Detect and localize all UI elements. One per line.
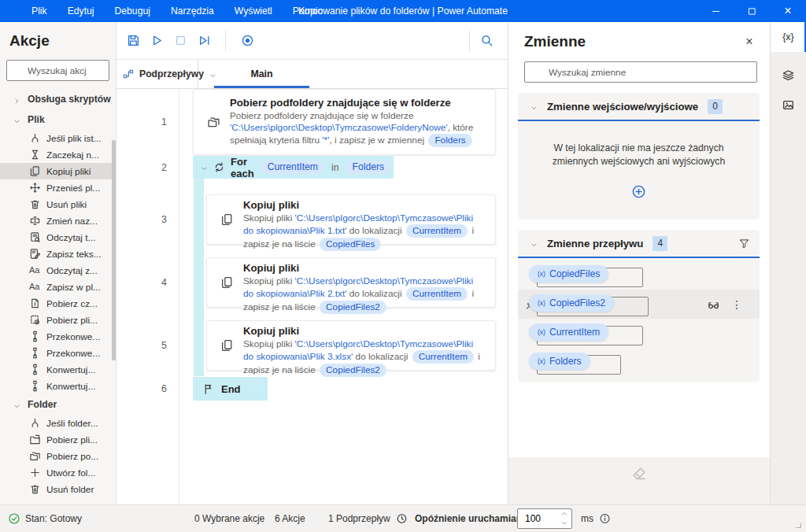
variable-name: CurrentItem: [549, 327, 600, 338]
add-variable-button[interactable]: [518, 184, 760, 199]
actions-search-input[interactable]: [28, 65, 98, 76]
action-item[interactable]: AaZapisz w pl...: [0, 279, 116, 295]
action-item[interactable]: Jeśli plik ist...: [0, 130, 116, 146]
action-item[interactable]: Przenieś pl...: [0, 179, 116, 196]
action-card[interactable]: Kopiuj plikiSkopiuj pliki 'C:\Users\plgo…: [206, 194, 496, 245]
tab-main[interactable]: Main: [214, 60, 309, 88]
stop-icon[interactable]: [168, 29, 192, 53]
variable-pill[interactable]: CopiedFiles: [320, 238, 381, 251]
foreach-header[interactable]: For eachCurrentIteminFolders: [193, 156, 394, 179]
variable-pill[interactable]: Folders: [428, 134, 471, 147]
action-item[interactable]: Usuń folder: [0, 481, 116, 497]
variable-pill[interactable]: CurrentItem: [406, 287, 468, 301]
flow-canvas[interactable]: 1Pobierz podfoldery znajdujące się w fol…: [116, 89, 508, 504]
variable-pill[interactable]: CurrentItem: [261, 161, 324, 174]
tab-main-label: Main: [250, 68, 272, 79]
variable-pill[interactable]: (x)Folders: [529, 353, 590, 370]
action-item[interactable]: Pobierz cz...: [0, 295, 116, 312]
action-item[interactable]: Zmień naz...: [0, 212, 116, 229]
actions-group-0[interactable]: Obsługa skryptów: [0, 89, 116, 109]
variable-row[interactable]: (x)Folders: [518, 348, 760, 377]
io-variables-header[interactable]: Zmienne wejściowe/wyjściowe 0: [518, 93, 760, 121]
variable-pill[interactable]: CopiedFiles2: [320, 301, 386, 314]
maximize-icon[interactable]: [734, 0, 770, 22]
action-item-label: Pobierz cz...: [46, 298, 98, 309]
run-delay-input[interactable]: [518, 513, 549, 524]
info-icon[interactable]: [599, 513, 611, 525]
action-card[interactable]: Kopiuj plikiSkopiuj pliki 'C:\Users\plgo…: [206, 320, 496, 371]
action-card[interactable]: Pobierz podfoldery znajdujące się w fold…: [193, 89, 496, 155]
action-item[interactable]: Usuń pliki: [0, 196, 116, 212]
variables-search[interactable]: [524, 61, 757, 83]
variable-name: Folders: [549, 356, 582, 367]
variable-pill[interactable]: CurrentItem: [412, 350, 474, 364]
action-item[interactable]: Zaczekaj n...: [0, 146, 116, 163]
actions-group-2[interactable]: Folder: [0, 394, 116, 415]
record-icon[interactable]: [235, 29, 259, 53]
end-block[interactable]: End: [193, 377, 268, 401]
minimize-icon[interactable]: [697, 0, 734, 22]
variables-search-input[interactable]: [549, 67, 750, 78]
action-item[interactable]: Przekonwe...: [0, 328, 116, 345]
action-item[interactable]: Odczytaj t...: [0, 229, 116, 246]
value-link[interactable]: 'C:\Users\plgorc\Desktop\Tymczasowe\Fold…: [230, 122, 448, 133]
action-card[interactable]: Kopiuj plikiSkopiuj pliki 'C:\Users\plgo…: [206, 257, 496, 308]
save-icon[interactable]: [121, 29, 145, 53]
action-item[interactable]: Zapisz teks...: [0, 246, 116, 262]
action-item[interactable]: AaOdczytaj z...: [0, 262, 116, 279]
subflows-dropdown[interactable]: Podprzepływy: [116, 60, 198, 88]
actions-search[interactable]: [6, 60, 109, 81]
variable-row[interactable]: (x)CurrentItem: [518, 319, 760, 348]
action-item-label: Jeśli plik ist...: [46, 133, 102, 144]
action-item[interactable]: Pobierz pli...: [0, 312, 116, 328]
action-item-label: Przenieś pl...: [46, 183, 100, 194]
images-pane-icon[interactable]: [771, 90, 806, 120]
eraser-icon[interactable]: [630, 465, 648, 482]
action-item[interactable]: Konwertuj...: [0, 378, 116, 394]
run-icon[interactable]: [145, 29, 168, 53]
action-item[interactable]: Kopiuj pliki: [0, 163, 116, 179]
menu-item-4[interactable]: Narzędzia: [161, 0, 224, 22]
ui-elements-pane-icon[interactable]: [771, 60, 806, 90]
action-item[interactable]: Jeśli folder...: [0, 415, 116, 431]
write-text-icon: [29, 248, 41, 260]
close-icon[interactable]: ×: [740, 35, 759, 49]
text-aa-icon: Aa: [29, 281, 41, 293]
stepper-up-icon[interactable]: [557, 509, 571, 519]
more-icon[interactable]: ⋮: [731, 298, 742, 311]
description-text: Skopiuj pliki: [243, 338, 295, 349]
search-icon[interactable]: [475, 29, 498, 53]
variable-pill[interactable]: (x)CopiedFiles2: [529, 294, 614, 312]
run-next-action-icon[interactable]: [192, 29, 216, 53]
menu-item-5[interactable]: Wyświetl: [224, 0, 283, 22]
action-item[interactable]: Pobierz po...: [0, 448, 116, 464]
variable-prefix: (x): [538, 328, 545, 336]
variables-pane-icon[interactable]: {x}: [771, 22, 806, 52]
stepper-down-icon[interactable]: [557, 519, 571, 528]
variable-row[interactable]: (x)CopiedFiles2⋮: [518, 290, 760, 319]
variable-pill[interactable]: Folders: [346, 161, 390, 174]
variable-pill[interactable]: CopiedFiles2: [320, 364, 386, 377]
action-item[interactable]: Konwertuj...: [0, 361, 116, 378]
if-folder-icon: [29, 417, 41, 429]
close-icon[interactable]: ×: [770, 0, 806, 22]
run-delay-stepper[interactable]: [517, 508, 572, 529]
action-item[interactable]: Pobierz pli...: [0, 431, 116, 448]
action-item[interactable]: Przekonwe...: [0, 345, 116, 361]
variable-pill[interactable]: (x)CurrentItem: [529, 323, 608, 341]
variable-pill[interactable]: (x)CopiedFiles: [529, 265, 608, 283]
check-circle-icon: [8, 512, 20, 525]
filter-icon[interactable]: [738, 238, 750, 249]
action-item[interactable]: Utwórz fol...: [0, 464, 116, 481]
sidebar-scrollbar-thumb[interactable]: [112, 140, 116, 360]
convert-file-icon: [29, 364, 41, 375]
menu-item-3[interactable]: Debuguj: [105, 0, 161, 22]
flow-variables-header[interactable]: Zmienne przepływu 4: [518, 230, 760, 258]
menu-item-1[interactable]: Plik: [21, 0, 57, 22]
actions-group-1[interactable]: Plik: [0, 109, 116, 130]
menu-item-2[interactable]: Edytuj: [57, 0, 105, 22]
actions-count: 6 Akcje: [275, 513, 305, 524]
variable-pill[interactable]: CurrentItem: [406, 224, 468, 238]
resize-grip[interactable]: [792, 519, 803, 530]
variable-row[interactable]: (x)CopiedFiles: [518, 260, 760, 290]
